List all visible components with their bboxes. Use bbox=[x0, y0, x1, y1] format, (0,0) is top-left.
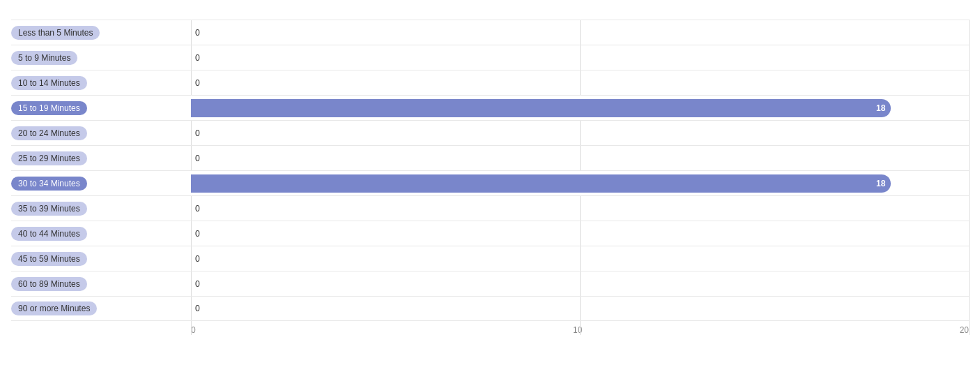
chart-area: Less than 5 Minutes05 to 9 Minutes010 to… bbox=[11, 20, 969, 335]
bar-track: 18 bbox=[191, 171, 969, 195]
bar-label: 20 to 24 Minutes bbox=[11, 126, 87, 140]
bar-row: 30 to 34 Minutes18 bbox=[11, 170, 969, 195]
bar-track: 0 bbox=[191, 121, 969, 145]
x-axis: 01020 bbox=[11, 324, 969, 335]
bar-label: 90 or more Minutes bbox=[11, 301, 97, 315]
bar-label: 35 to 39 Minutes bbox=[11, 202, 87, 216]
bar-label-container: 60 to 89 Minutes bbox=[11, 277, 191, 291]
bar-label-container: 25 to 29 Minutes bbox=[11, 151, 191, 165]
x-axis-labels: 01020 bbox=[191, 324, 969, 335]
bar-label-container: 5 to 9 Minutes bbox=[11, 51, 191, 65]
bar-label-container: 40 to 44 Minutes bbox=[11, 227, 191, 241]
bar-track: 18 bbox=[191, 96, 969, 120]
bar-track: 0 bbox=[191, 196, 969, 221]
bar-row: 15 to 19 Minutes18 bbox=[11, 95, 969, 120]
bar-value: 0 bbox=[195, 304, 200, 313]
bar-label: 15 to 19 Minutes bbox=[11, 101, 87, 115]
bar-track: 0 bbox=[191, 146, 969, 170]
bar-value: 0 bbox=[195, 28, 200, 38]
bar-row: 25 to 29 Minutes0 bbox=[11, 145, 969, 170]
bar-value: 0 bbox=[195, 154, 200, 163]
bar-track: 0 bbox=[191, 297, 969, 320]
bar-label-container: 15 to 19 Minutes bbox=[11, 101, 191, 115]
bar-row: 35 to 39 Minutes0 bbox=[11, 195, 969, 221]
bar-row: Less than 5 Minutes0 bbox=[11, 20, 969, 45]
bar-row: 5 to 9 Minutes0 bbox=[11, 45, 969, 70]
bar-track: 0 bbox=[191, 20, 969, 45]
bar-row: 60 to 89 Minutes0 bbox=[11, 271, 969, 296]
bar-label-container: 45 to 59 Minutes bbox=[11, 252, 191, 266]
x-axis-label: 0 bbox=[191, 325, 196, 335]
bar-label: Less than 5 Minutes bbox=[11, 26, 100, 40]
bar-row: 40 to 44 Minutes0 bbox=[11, 221, 969, 246]
grid-line bbox=[969, 20, 970, 335]
bar-label: 30 to 34 Minutes bbox=[11, 177, 87, 191]
bar-value: 0 bbox=[195, 229, 200, 239]
bar-track: 0 bbox=[191, 271, 969, 296]
bar-value: 0 bbox=[195, 128, 200, 138]
bar-row: 90 or more Minutes0 bbox=[11, 296, 969, 321]
bar-row: 20 to 24 Minutes0 bbox=[11, 120, 969, 145]
bar-label: 10 to 14 Minutes bbox=[11, 76, 87, 90]
bar-label: 60 to 89 Minutes bbox=[11, 277, 87, 291]
bar-value: 0 bbox=[195, 279, 200, 289]
bar-track: 0 bbox=[191, 45, 969, 70]
bar-label-container: 10 to 14 Minutes bbox=[11, 76, 191, 90]
bar-value: 0 bbox=[195, 53, 200, 63]
x-axis-label: 10 bbox=[573, 325, 582, 335]
bar-value: 0 bbox=[195, 254, 200, 264]
x-axis-label: 20 bbox=[960, 325, 969, 335]
bar-track: 0 bbox=[191, 70, 969, 95]
bar-label-container: 90 or more Minutes bbox=[11, 301, 191, 315]
bar-rows-container: Less than 5 Minutes05 to 9 Minutes010 to… bbox=[11, 20, 969, 321]
chart-container: Less than 5 Minutes05 to 9 Minutes010 to… bbox=[11, 11, 969, 335]
bar-label: 40 to 44 Minutes bbox=[11, 227, 87, 241]
bar-value: 0 bbox=[195, 78, 200, 88]
bar-label-container: 30 to 34 Minutes bbox=[11, 177, 191, 191]
bar-row: 45 to 59 Minutes0 bbox=[11, 246, 969, 271]
bar-fill: 18 bbox=[191, 99, 891, 117]
bar-value: 18 bbox=[876, 103, 891, 113]
bar-fill: 18 bbox=[191, 174, 891, 193]
bar-track: 0 bbox=[191, 246, 969, 271]
bar-label: 25 to 29 Minutes bbox=[11, 151, 87, 165]
bar-value: 0 bbox=[195, 204, 200, 214]
bar-value: 18 bbox=[876, 179, 891, 188]
bar-label: 45 to 59 Minutes bbox=[11, 252, 87, 266]
bar-label-container: 20 to 24 Minutes bbox=[11, 126, 191, 140]
bar-label: 5 to 9 Minutes bbox=[11, 51, 77, 65]
bar-label-container: Less than 5 Minutes bbox=[11, 26, 191, 40]
bar-label-container: 35 to 39 Minutes bbox=[11, 202, 191, 216]
bar-row: 10 to 14 Minutes0 bbox=[11, 70, 969, 95]
bar-track: 0 bbox=[191, 221, 969, 246]
